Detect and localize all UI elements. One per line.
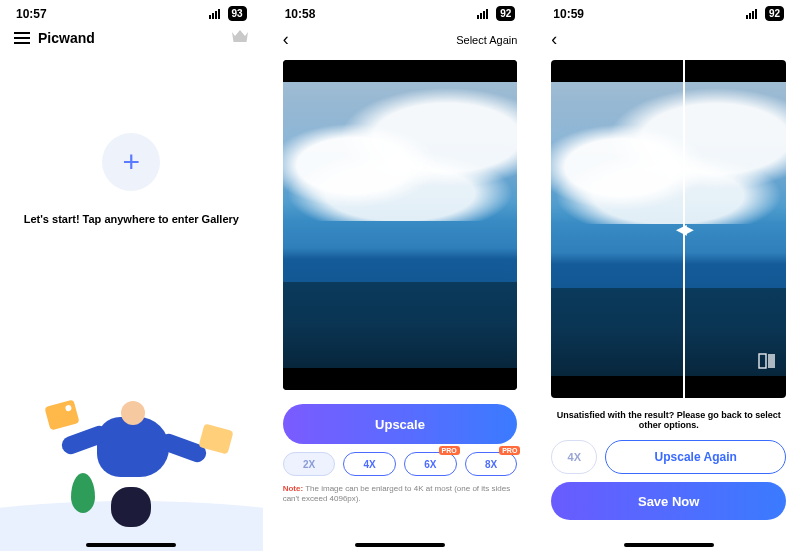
screen-upscale: 10:58 92 ‹ Select Again Upscale 2X 4X 6X…: [269, 0, 532, 551]
scale-options: 2X 4X 6XPRO 8XPRO: [283, 452, 518, 476]
status-time: 10:58: [285, 7, 316, 21]
applied-scale-badge: 4X: [551, 440, 597, 474]
upscale-header: ‹ Select Again: [269, 23, 532, 56]
signal-icon: [209, 9, 220, 19]
svg-rect-1: [768, 354, 775, 368]
add-image-button[interactable]: +: [102, 133, 160, 191]
illustration: [0, 381, 263, 551]
signal-icon: [746, 9, 757, 19]
status-bar: 10:58 92: [269, 0, 532, 23]
screen-home: 10:57 93 Picwand + Let's start! Tap anyw…: [0, 0, 263, 551]
signal-icon: [477, 9, 488, 19]
svg-rect-0: [759, 354, 766, 368]
upscale-button[interactable]: Upscale: [283, 404, 518, 444]
result-header: ‹: [537, 23, 800, 56]
gallery-entry-area[interactable]: + Let's start! Tap anywhere to enter Gal…: [0, 53, 263, 551]
scale-option-8x[interactable]: 8XPRO: [465, 452, 518, 476]
comparison-handle-icon[interactable]: ◀▶: [671, 217, 695, 241]
status-time: 10:57: [16, 7, 47, 21]
home-indicator: [86, 543, 176, 547]
start-caption: Let's start! Tap anywhere to enter Galle…: [24, 213, 239, 225]
save-now-button[interactable]: Save Now: [551, 482, 786, 520]
battery-icon: 92: [765, 6, 784, 21]
back-button[interactable]: ‹: [551, 29, 557, 50]
status-time: 10:59: [553, 7, 584, 21]
home-indicator: [624, 543, 714, 547]
result-caption: Unsatisfied with the result? Please go b…: [551, 410, 786, 430]
scale-option-6x[interactable]: 6XPRO: [404, 452, 457, 476]
battery-icon: 92: [496, 6, 515, 21]
app-header: Picwand: [0, 23, 263, 53]
screen-result: 10:59 92 ‹ ◀▶ Unsatisfied with the resul…: [537, 0, 800, 551]
status-bar: 10:59 92: [537, 0, 800, 23]
battery-icon: 93: [228, 6, 247, 21]
upscale-again-button[interactable]: Upscale Again: [605, 440, 786, 474]
pro-badge: PRO: [439, 446, 460, 455]
app-title: Picwand: [38, 30, 95, 46]
upscale-note: Note: The image can be enlarged to 4K at…: [283, 484, 518, 505]
note-text: The image can be enlarged to 4K at most …: [283, 484, 511, 503]
select-again-link[interactable]: Select Again: [456, 34, 517, 46]
note-prefix: Note:: [283, 484, 303, 493]
status-bar: 10:57 93: [0, 0, 263, 23]
scale-option-2x[interactable]: 2X: [283, 452, 336, 476]
menu-icon[interactable]: [14, 32, 30, 44]
comparison-preview[interactable]: ◀▶: [551, 60, 786, 398]
compare-toggle-icon[interactable]: [758, 352, 776, 370]
scale-option-4x[interactable]: 4X: [343, 452, 396, 476]
premium-crown-icon[interactable]: [231, 29, 249, 47]
home-indicator: [355, 543, 445, 547]
pro-badge: PRO: [499, 446, 520, 455]
back-button[interactable]: ‹: [283, 29, 289, 50]
image-preview: [283, 60, 518, 390]
